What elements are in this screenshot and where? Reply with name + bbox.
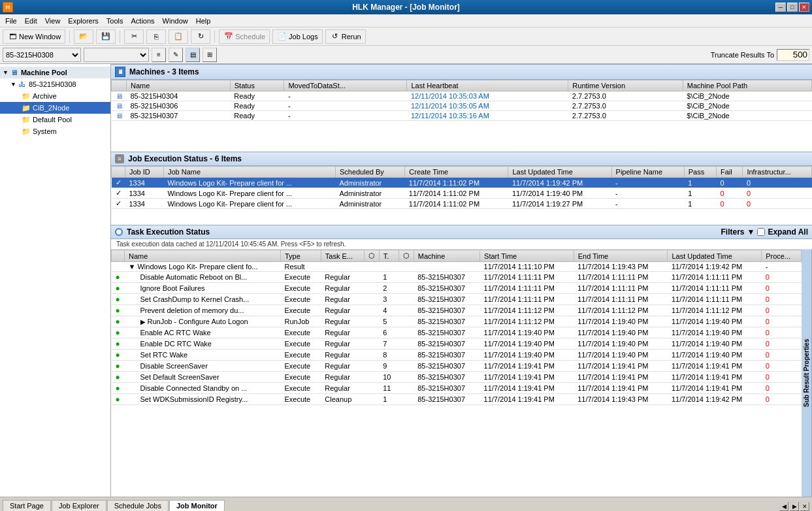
- tab-job-explorer[interactable]: Job Explorer: [52, 500, 106, 511]
- table-row[interactable]: ● Enable DC RTC Wake Execute Regular 7 8…: [112, 338, 802, 350]
- machines-col-status-header: Status: [230, 80, 284, 91]
- refresh-button[interactable]: ↻: [191, 29, 210, 44]
- menu-explorers[interactable]: Explorers: [64, 16, 102, 25]
- tab-next-button[interactable]: ▶: [790, 502, 799, 511]
- sidebar-item-system[interactable]: 📁 System: [0, 125, 110, 137]
- task-row-col6: [398, 383, 414, 394]
- copy-button[interactable]: ⎘: [146, 29, 166, 44]
- table-row[interactable]: ● Set Default ScreenSaver Execute Regula…: [112, 372, 802, 383]
- task-row-col6: [398, 338, 414, 350]
- job-col-infra-header: Infrastructur...: [743, 167, 812, 178]
- toolbar-separator-2: [120, 30, 120, 43]
- sidebar-item-cib2node[interactable]: 📁 CiB_2Node: [0, 102, 110, 114]
- table-row[interactable]: 🖥 85-3215H0306 Ready - 12/11/2014 10:35:…: [112, 101, 812, 111]
- task-row-name: Set CrashDump to Kernel Crash...: [125, 294, 281, 305]
- task-row-t: 8: [379, 350, 398, 361]
- job-fail: 0: [716, 188, 742, 199]
- cut-icon: ✂: [129, 31, 139, 42]
- view-grid-button[interactable]: ⊞: [203, 48, 217, 62]
- job-logs-button[interactable]: 📄 Job Logs: [272, 29, 323, 44]
- sidebar-item-root[interactable]: ▼ 🖧 85-3215H0308: [0, 78, 110, 90]
- menu-file[interactable]: File: [1, 16, 21, 25]
- task-row-col6: [398, 372, 414, 383]
- tab-prev-button[interactable]: ◀: [779, 502, 788, 511]
- task-row-proc: 0: [762, 316, 802, 327]
- table-row[interactable]: ● Set WDKSubmissionID Registry... Execut…: [112, 394, 802, 405]
- maximize-button[interactable]: □: [787, 3, 798, 12]
- task-row-proc: 0: [762, 272, 802, 283]
- tab-start-page[interactable]: Start Page: [3, 500, 51, 511]
- task-row-updated: 11/7/2014 1:19:40 PM: [668, 327, 762, 338]
- truncate-input[interactable]: [777, 49, 809, 61]
- schedule-button[interactable]: 📅 Schedule: [219, 29, 270, 44]
- task-row-col6: [398, 361, 414, 372]
- table-row[interactable]: ✓ 1334 Windows Logo Kit- Prepare client …: [112, 178, 812, 188]
- table-row[interactable]: ✓ 1334 Windows Logo Kit- Prepare client …: [112, 188, 812, 199]
- cut-button[interactable]: ✂: [124, 29, 144, 44]
- menu-tools[interactable]: Tools: [103, 16, 127, 25]
- new-window-button[interactable]: 🗔 New Window: [3, 29, 65, 44]
- task-row-end: 11/7/2014 1:11:11 PM: [574, 283, 668, 294]
- table-row[interactable]: ● Prevent deletion of memory du... Execu…: [112, 305, 802, 316]
- expand-all-checkbox[interactable]: [757, 228, 765, 236]
- task-row-machine: 85-3215H0307: [414, 305, 479, 316]
- task-row-end: 11/7/2014 1:19:40 PM: [574, 327, 668, 338]
- sidebar-item-machine-pool[interactable]: ▼ 🖥 Machine Pool: [0, 67, 110, 78]
- task-row-t: [379, 262, 398, 272]
- tab-job-monitor[interactable]: Job Monitor: [169, 500, 225, 511]
- minimize-button[interactable]: ─: [775, 3, 786, 12]
- task-row-col6: [398, 305, 414, 316]
- task-row-start: 11/7/2014 1:11:10 PM: [480, 262, 574, 272]
- table-row[interactable]: 🖥 85-3215H0304 Ready - 12/11/2014 10:35:…: [112, 91, 812, 101]
- task-content: Name Type Task E... ⬡ T. ⬡ Machine Start…: [111, 250, 812, 497]
- open-button[interactable]: 📂: [74, 29, 93, 44]
- task-table-container[interactable]: Name Type Task E... ⬡ T. ⬡ Machine Start…: [111, 250, 802, 497]
- menu-view[interactable]: View: [41, 16, 65, 25]
- menu-edit[interactable]: Edit: [21, 16, 41, 25]
- task-row-start: 11/7/2014 1:11:12 PM: [480, 316, 574, 327]
- paste-button[interactable]: 📋: [169, 29, 188, 44]
- view-list-button[interactable]: ≡: [152, 48, 166, 62]
- task-row-type: Execute: [280, 383, 321, 394]
- status-green-icon: ●: [116, 284, 120, 293]
- refresh-icon: ↻: [195, 31, 206, 42]
- machines-col-moved-header: MovedToDataSt...: [284, 80, 407, 91]
- table-row[interactable]: 🖥 85-3215H0307 Ready - 12/11/2014 10:35:…: [112, 111, 812, 121]
- table-row[interactable]: ▼ Windows Logo Kit- Prepare client fo...…: [112, 262, 802, 272]
- table-row[interactable]: ● Ignore Boot Failures Execute Regular 2…: [112, 283, 802, 294]
- status-green-icon: ●: [116, 361, 120, 371]
- save-button[interactable]: 💾: [96, 29, 116, 44]
- menu-window[interactable]: Window: [159, 16, 192, 25]
- secondary-dropdown[interactable]: [84, 48, 149, 62]
- table-row[interactable]: ● Disable Automatic Reboot on Bl... Exec…: [112, 272, 802, 283]
- table-row[interactable]: ● Enable AC RTC Wake Execute Regular 6 8…: [112, 327, 802, 338]
- task-section: Task Execution Status Filters ▼ Expand A…: [111, 225, 812, 497]
- table-row[interactable]: ● Set RTC Wake Execute Regular 8 85-3215…: [112, 350, 802, 361]
- schedule-icon: 📅: [223, 31, 234, 42]
- tab-schedule-jobs[interactable]: Schedule Jobs: [107, 500, 169, 511]
- rerun-button[interactable]: ↺ Rerun: [325, 29, 366, 44]
- table-row[interactable]: ● Disable ScreenSaver Execute Regular 9 …: [112, 361, 802, 372]
- table-row[interactable]: ● ▶ RunJob - Configure Auto Logon RunJob…: [112, 316, 802, 327]
- table-row[interactable]: ✓ 1334 Windows Logo Kit- Prepare client …: [112, 199, 812, 209]
- table-row[interactable]: ● Disable Connected Standby on ... Execu…: [112, 383, 802, 394]
- machine-dropdown[interactable]: 85-3215H0308: [3, 48, 81, 62]
- tab-close-button[interactable]: ✕: [800, 502, 809, 511]
- task-row-updated: 11/7/2014 1:19:40 PM: [668, 316, 762, 327]
- task-row-col4: [364, 305, 379, 316]
- task-row-col4: [364, 361, 379, 372]
- machine-status: Ready: [230, 111, 284, 121]
- table-row[interactable]: ● Set CrashDump to Kernel Crash... Execu…: [112, 294, 802, 305]
- menu-actions[interactable]: Actions: [127, 16, 159, 25]
- close-button[interactable]: ✕: [799, 3, 809, 12]
- task-row-col6: [398, 283, 414, 294]
- sidebar-item-archive[interactable]: 📁 Archive: [0, 90, 110, 102]
- task-row-col4: [364, 272, 379, 283]
- task-col-updated-header: Last Updated Time: [668, 250, 762, 262]
- sidebar-item-default-pool[interactable]: 📁 Default Pool: [0, 114, 110, 125]
- view-details-button[interactable]: ▤: [186, 48, 200, 62]
- task-col-proc-header: Proce...: [762, 250, 802, 262]
- view-edit-button[interactable]: ✎: [169, 48, 183, 62]
- sub-result-properties-panel[interactable]: Sub Result Properties: [802, 250, 812, 497]
- menu-help[interactable]: Help: [192, 16, 215, 25]
